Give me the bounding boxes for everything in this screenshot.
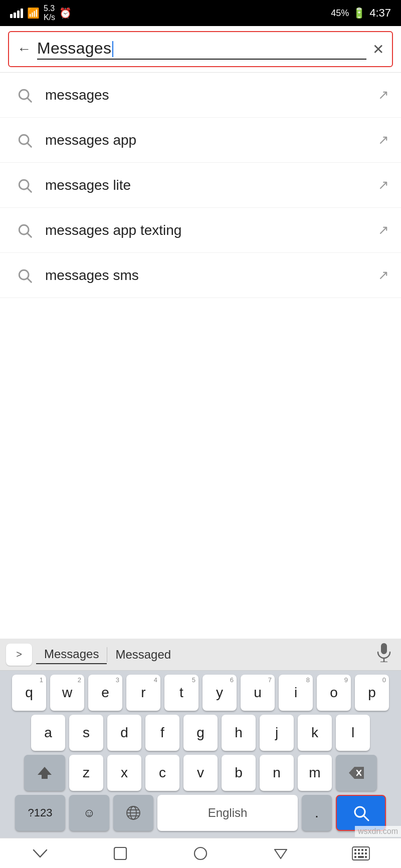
autocomplete-bar: > Messages Messaged [0,639,401,671]
nav-square-button[interactable] [100,841,140,866]
svg-rect-28 [358,849,360,851]
period-key[interactable]: . [302,795,332,831]
key-v[interactable]: v [183,755,218,791]
back-button[interactable]: ← [17,41,31,57]
svg-line-9 [28,278,31,282]
key-h[interactable]: h [222,715,256,751]
keyboard-area: > Messages Messaged 1q 2w 3e 4r 5t 6y 7u [0,639,401,868]
battery-icon: 🔋 [353,7,365,19]
clock: 4:37 [369,7,391,20]
key-row-1: 1q 2w 3e 4r 5t 6y 7u 8i 9o 0p [3,675,398,711]
arrow-icon: ↗ [378,177,389,193]
arrow-icon: ↗ [378,267,389,283]
suggestion-text: messages lite [37,177,378,193]
search-input[interactable]: Messages [37,39,366,60]
list-item[interactable]: messages sms ↗ [0,253,401,298]
alarm-icon: ⏰ [59,7,72,19]
svg-rect-37 [365,856,367,858]
search-icon [12,87,37,103]
nav-keyboard-button[interactable] [341,841,381,866]
svg-rect-27 [354,849,356,851]
key-f[interactable]: f [145,715,179,751]
svg-rect-23 [114,847,126,859]
key-p[interactable]: 0p [355,675,389,711]
key-m[interactable]: m [298,755,332,791]
search-bar[interactable]: ← Messages ✕ [8,31,393,67]
key-n[interactable]: n [260,755,294,791]
key-d[interactable]: d [107,715,141,751]
key-b[interactable]: b [222,755,256,791]
emoji-key[interactable]: ☺ [69,795,109,831]
search-icon [12,222,37,238]
signal-icon [10,8,23,18]
key-t[interactable]: 5t [164,675,198,711]
key-j[interactable]: j [260,715,294,751]
svg-rect-36 [358,856,364,858]
svg-line-22 [363,815,368,820]
status-bar: 📶 5.3 K/s ⏰ 45% 🔋 4:37 [0,0,401,26]
svg-line-3 [28,143,31,147]
key-row-4: ?123 ☺ English . [3,795,398,831]
svg-rect-29 [361,849,363,851]
wifi-icon: 📶 [27,7,40,19]
key-r[interactable]: 4r [126,675,160,711]
svg-rect-10 [381,643,387,654]
list-item[interactable]: messages app texting ↗ [0,208,401,253]
suggestion-text: messages [37,87,378,103]
svg-marker-25 [275,849,287,858]
arrow-icon: ↗ [378,222,389,238]
search-icon [12,267,37,283]
suggestion-text: messages sms [37,267,378,283]
arrow-icon: ↗ [378,132,389,148]
mic-button[interactable] [373,639,395,670]
key-e[interactable]: 3e [88,675,122,711]
svg-rect-33 [361,852,363,854]
key-k[interactable]: k [298,715,332,751]
key-row-2: a s d f g h j k l [3,715,398,751]
key-o[interactable]: 9o [317,675,351,711]
suggestion-text: messages app [37,132,378,148]
keyboard-rows: 1q 2w 3e 4r 5t 6y 7u 8i 9o 0p a s d f g … [0,671,401,838]
svg-rect-31 [354,852,356,854]
globe-key[interactable] [113,795,153,831]
key-s[interactable]: s [69,715,103,751]
key-g[interactable]: g [183,715,218,751]
svg-rect-34 [365,852,367,854]
svg-rect-32 [358,852,360,854]
list-item[interactable]: messages app ↗ [0,118,401,163]
autocomplete-word-1[interactable]: Messages [36,645,107,664]
svg-marker-13 [38,767,52,779]
numeric-key[interactable]: ?123 [15,795,65,831]
key-y[interactable]: 6y [203,675,237,711]
backspace-key[interactable] [336,755,377,791]
spacebar-key[interactable]: English [157,795,298,831]
key-u[interactable]: 7u [241,675,275,711]
autocomplete-words: Messages Messaged [36,645,369,664]
nav-circle-button[interactable] [180,841,221,866]
suggestion-list: messages ↗ messages app ↗ messages lite … [0,73,401,298]
key-i[interactable]: 8i [279,675,313,711]
close-button[interactable]: ✕ [372,41,384,58]
key-a[interactable]: a [31,715,65,751]
svg-line-5 [28,188,31,192]
search-icon [12,132,37,148]
key-c[interactable]: c [145,755,179,791]
key-x[interactable]: x [107,755,141,791]
list-item[interactable]: messages ↗ [0,73,401,118]
autocomplete-expand-button[interactable]: > [6,644,32,666]
nav-triangle-button[interactable] [261,841,301,866]
key-q[interactable]: 1q [12,675,46,711]
autocomplete-word-2[interactable]: Messaged [107,646,179,664]
key-l[interactable]: l [336,715,370,751]
svg-line-7 [28,233,31,237]
list-item[interactable]: messages lite ↗ [0,163,401,208]
shift-key[interactable] [24,755,65,791]
key-z[interactable]: z [69,755,103,791]
key-w[interactable]: 2w [50,675,84,711]
svg-rect-30 [365,849,367,851]
data-speed: 5.3 K/s [44,4,55,22]
nav-down-button[interactable] [20,841,60,866]
svg-line-1 [28,98,31,102]
battery-percent: 45% [331,8,349,19]
arrow-icon: ↗ [378,87,389,103]
